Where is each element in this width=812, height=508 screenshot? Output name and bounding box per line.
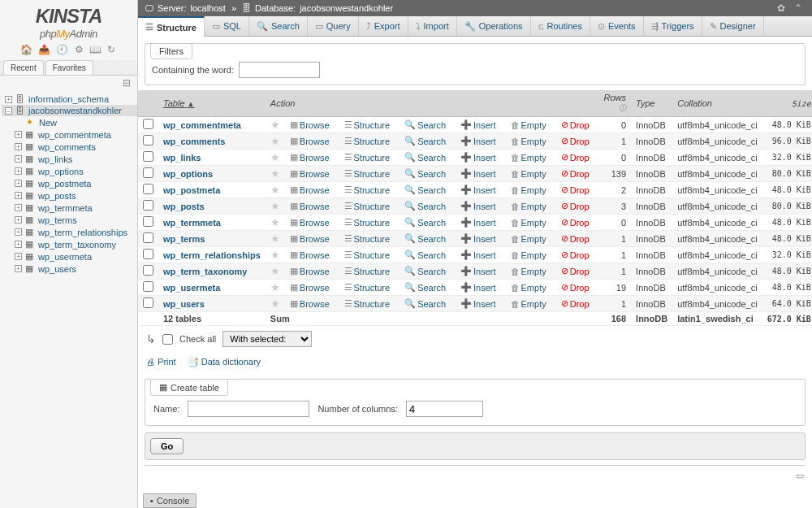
tab-query[interactable]: ▭Query	[308, 16, 359, 36]
row-checkbox[interactable]	[143, 135, 153, 145]
drop-link[interactable]: ⊘Drop	[561, 201, 590, 211]
go-button[interactable]: Go	[150, 438, 184, 454]
browse-link[interactable]: ▦Browse	[290, 136, 330, 146]
create-name-input[interactable]	[188, 401, 309, 417]
tree-toggle-icon[interactable]: +	[15, 204, 22, 211]
browse-link[interactable]: ▦Browse	[290, 217, 330, 228]
empty-link[interactable]: 🗑Empty	[511, 218, 546, 228]
row-checkbox[interactable]	[143, 216, 153, 227]
structure-link[interactable]: ☰Structure	[344, 250, 391, 260]
browse-link[interactable]: ▦Browse	[290, 298, 330, 309]
insert-link[interactable]: ➕Insert	[460, 168, 496, 179]
browse-link[interactable]: ▦Browse	[290, 266, 330, 276]
insert-link[interactable]: ➕Insert	[460, 119, 496, 130]
tab-import[interactable]: ⤵Import	[408, 16, 457, 36]
row-checkbox[interactable]	[143, 249, 153, 259]
search-link[interactable]: 🔍Search	[404, 233, 446, 244]
tree-toggle-icon[interactable]: +	[15, 180, 22, 187]
tree-item-wp_termmeta[interactable]: +▦wp_termmeta	[2, 202, 137, 214]
table-name-link[interactable]: wp_posts	[163, 202, 205, 211]
tree-toggle-icon[interactable]: +	[15, 131, 22, 138]
insert-link[interactable]: ➕Insert	[460, 282, 496, 293]
favorite-star-icon[interactable]: ★	[266, 247, 285, 263]
drop-link[interactable]: ⊘Drop	[561, 185, 590, 195]
with-selected-dropdown[interactable]: With selected:	[222, 331, 312, 347]
tree-toggle-icon[interactable]: +	[15, 192, 22, 199]
drop-link[interactable]: ⊘Drop	[561, 282, 590, 293]
structure-link[interactable]: ☰Structure	[344, 119, 391, 130]
table-name-link[interactable]: wp_commentmeta	[163, 120, 241, 130]
row-checkbox[interactable]	[143, 265, 153, 276]
tree-item-wp_options[interactable]: +▦wp_options	[2, 165, 137, 177]
nav-links-icon[interactable]: ⊟	[0, 76, 137, 90]
favorite-star-icon[interactable]: ★	[266, 231, 285, 247]
th-table[interactable]: Table ▲	[158, 90, 266, 117]
structure-link[interactable]: ☰Structure	[344, 266, 391, 276]
tree-item-wp_posts[interactable]: +▦wp_posts	[2, 189, 137, 202]
structure-link[interactable]: ☰Structure	[344, 298, 391, 309]
drop-link[interactable]: ⊘Drop	[561, 136, 590, 146]
favorite-star-icon[interactable]: ★	[266, 133, 285, 150]
row-checkbox[interactable]	[143, 297, 153, 308]
browse-link[interactable]: ▦Browse	[290, 233, 330, 244]
structure-link[interactable]: ☰Structure	[344, 168, 391, 179]
tab-routines[interactable]: ⎌Routines	[531, 16, 590, 36]
empty-link[interactable]: 🗑Empty	[511, 153, 546, 163]
insert-link[interactable]: ➕Insert	[460, 185, 496, 195]
topbar-options-icon[interactable]: ✿ ⌃	[777, 2, 806, 14]
tab-operations[interactable]: 🔧Operations	[457, 16, 531, 36]
favorite-star-icon[interactable]: ★	[266, 166, 285, 182]
table-name-link[interactable]: wp_term_relationships	[163, 250, 261, 260]
empty-link[interactable]: 🗑Empty	[511, 120, 546, 130]
structure-link[interactable]: ☰Structure	[344, 217, 391, 228]
search-link[interactable]: 🔍Search	[404, 201, 446, 211]
th-type[interactable]: Type	[631, 90, 672, 117]
tree-toggle-icon[interactable]: +	[15, 228, 22, 236]
browse-link[interactable]: ▦Browse	[290, 282, 330, 293]
browse-link[interactable]: ▦Browse	[290, 201, 330, 211]
table-name-link[interactable]: wp_terms	[163, 234, 205, 244]
search-link[interactable]: 🔍Search	[404, 136, 446, 146]
structure-link[interactable]: ☰Structure	[344, 201, 391, 211]
row-checkbox[interactable]	[143, 281, 153, 292]
drop-link[interactable]: ⊘Drop	[561, 266, 590, 276]
empty-link[interactable]: 🗑Empty	[511, 137, 546, 146]
structure-link[interactable]: ☰Structure	[344, 185, 391, 195]
browse-link[interactable]: ▦Browse	[290, 119, 330, 130]
table-name-link[interactable]: wp_postmeta	[163, 185, 220, 195]
insert-link[interactable]: ➕Insert	[460, 250, 496, 260]
structure-link[interactable]: ☰Structure	[344, 152, 391, 163]
empty-link[interactable]: 🗑Empty	[511, 250, 546, 260]
favorites-tab[interactable]: Favorites	[45, 60, 93, 75]
favorite-star-icon[interactable]: ★	[266, 182, 285, 198]
insert-link[interactable]: ➕Insert	[460, 217, 496, 228]
create-cols-input[interactable]	[406, 401, 483, 417]
tab-structure[interactable]: ☰Structure	[138, 16, 205, 37]
table-name-link[interactable]: wp_term_taxonomy	[163, 267, 247, 276]
search-link[interactable]: 🔍Search	[404, 185, 446, 195]
table-name-link[interactable]: wp_termmeta	[163, 218, 221, 228]
sidebar-quick-icons[interactable]: 🏠 📤 🕘 ⚙ 📖 ↻	[0, 41, 137, 60]
print-link[interactable]: 🖨 Print	[146, 357, 176, 367]
drop-link[interactable]: ⊘Drop	[561, 233, 590, 244]
search-link[interactable]: 🔍Search	[404, 250, 446, 260]
structure-link[interactable]: ☰Structure	[344, 136, 391, 146]
tab-sql[interactable]: ▭SQL	[205, 16, 249, 36]
tree-toggle-icon[interactable]: +	[15, 143, 22, 150]
browse-link[interactable]: ▦Browse	[290, 168, 330, 179]
tree-toggle-icon[interactable]: +	[15, 265, 22, 272]
tree-item-wp_usermeta[interactable]: +▦wp_usermeta	[2, 250, 137, 263]
recent-tab[interactable]: Recent	[3, 60, 44, 75]
tree-toggle-icon[interactable]: +	[15, 216, 22, 224]
tree-item-wp_terms[interactable]: +▦wp_terms	[2, 214, 137, 226]
drop-link[interactable]: ⊘Drop	[561, 298, 590, 309]
tab-export[interactable]: ⤴Export	[359, 16, 408, 36]
empty-link[interactable]: 🗑Empty	[511, 169, 546, 179]
insert-link[interactable]: ➕Insert	[460, 233, 496, 244]
tree-item-wp_postmeta[interactable]: +▦wp_postmeta	[2, 177, 137, 189]
quick-search-icon[interactable]: ▭	[138, 469, 812, 483]
search-link[interactable]: 🔍Search	[404, 266, 446, 276]
empty-link[interactable]: 🗑Empty	[511, 299, 546, 309]
table-name-link[interactable]: wp_usermeta	[163, 283, 220, 293]
db-link[interactable]: jacobsonwestandkohler	[300, 3, 393, 13]
